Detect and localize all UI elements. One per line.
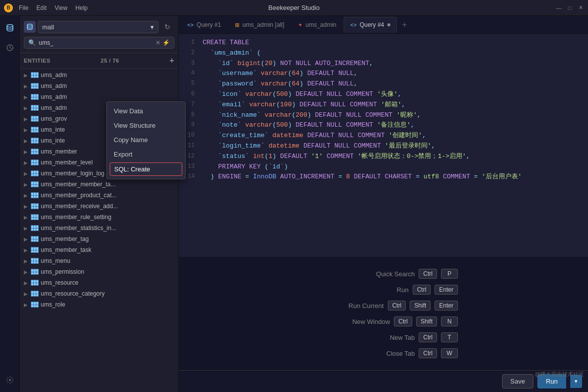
context-export[interactable]: Export [107,147,185,161]
minimize-button[interactable]: — [555,4,562,11]
tab-label: ums_admin [all] [242,21,284,28]
shortcut-row: Run Current Ctrl Shift Enter [309,301,458,311]
db-selector: mall ▾ ↻ [24,20,174,34]
add-tab-button[interactable]: + [398,18,412,32]
tab-query1[interactable]: <> Query #1 [181,17,227,33]
entity-name: ums_member_rule_setting [41,214,111,221]
entity-name: ums_menu [41,257,70,264]
list-item[interactable]: ▶ ums_member_task [20,244,178,255]
db-dropdown[interactable]: mall ▾ [38,21,158,33]
code-line-11: 11 `login_time` datetime DEFAULT NULL CO… [179,141,588,152]
menu-help[interactable]: Help [75,4,88,11]
save-button[interactable]: Save [502,374,534,389]
arrow-icon: ▶ [24,160,29,165]
shortcut-row: Run Ctrl Enter [309,285,458,295]
entity-name: ums_resource_category [41,290,105,297]
settings-icon[interactable] [2,372,18,388]
entity-name: ums_adm [41,82,67,89]
history-icon[interactable] [2,40,18,56]
app-logo: B [4,3,13,12]
list-item[interactable]: ▶ ums_resource_category [20,288,178,299]
shortcut-label: Close Tab [365,350,415,357]
list-item[interactable]: ▶ ums_role [20,299,178,310]
menu-edit[interactable]: Edit [36,4,47,11]
add-entity-button[interactable]: + [169,56,174,65]
key-ctrl: Ctrl [419,348,437,358]
list-item[interactable]: ▶ ums_adm [20,80,178,91]
code-line-14: 14 ) ENGINE = InnoDB AUTO_INCREMENT = 8 … [179,172,588,182]
list-item[interactable]: ▶ ums_resource [20,277,178,288]
code-line-2: 2 `ums_admin` ( [179,48,588,59]
list-item[interactable]: ▶ ums_member_tag [20,234,178,244]
search-filter-button[interactable]: ⚡ [162,39,170,46]
search-clear-button[interactable]: ✕ [155,39,160,46]
menu-view[interactable]: View [55,4,68,11]
list-item[interactable]: ▶ ums_member_product_cat... [20,190,178,201]
key-shift: Shift [416,316,437,326]
table-icon [31,94,39,100]
arrow-icon: ▶ [24,215,29,220]
code-line-7: 7 `email` varchar(100) DEFAULT NULL COMM… [179,100,588,110]
svg-point-3 [27,24,32,26]
list-item[interactable]: ▶ ums_adm [20,91,178,102]
refresh-button[interactable]: ↻ [160,20,174,34]
context-view-data[interactable]: View Data [107,104,185,118]
unsaved-indicator [387,23,390,26]
shortcut-row: Quick Search Ctrl P [309,269,458,279]
entity-name: ums_member_receive_add... [41,203,118,210]
entity-name: ums_role [41,301,65,308]
arrow-icon: ▶ [24,149,29,155]
list-item[interactable]: ▶ ums_member_member_ta... [20,179,178,190]
list-item[interactable]: ▶ ums_member_statistics_in... [20,223,178,234]
search-input[interactable] [39,39,152,46]
context-copy-name[interactable]: Copy Name [107,133,185,147]
close-button[interactable]: ✕ [577,4,584,11]
code-line-3: 3 `id` bigint(20) NOT NULL AUTO_INCREMEN… [179,59,588,69]
code-line-12: 12 `status` int(1) DEFAULT '1' COMMENT '… [179,152,588,162]
code-line-4: 4 `username` varchar(64) DEFAULT NULL, [179,69,588,79]
shortcut-label: Quick Search [365,270,415,278]
table-icon [31,192,39,198]
arrow-icon: ▶ [24,73,29,78]
entity-name: ums_member_statistics_in... [41,225,116,232]
entity-name: ums_member_product_cat... [41,192,117,199]
table-icon: ⊞ [235,22,239,28]
database-icon[interactable] [2,20,18,36]
table-icon [31,236,39,242]
window-controls: — □ ✕ [555,4,584,11]
context-sql-create[interactable]: SQL: Create [110,162,182,176]
table-icon [31,203,39,209]
editor-toolbar: Save Run ▾ [179,370,588,392]
arrow-icon: ▶ [24,171,29,176]
list-item[interactable]: ▶ ums_adm [20,70,178,80]
context-view-structure[interactable]: View Structure [107,118,185,133]
arrow-icon: ▶ [24,302,29,308]
key-enter: Enter [435,301,458,311]
maximize-button[interactable]: □ [566,4,573,11]
list-item[interactable]: ▶ ums_member_receive_add... [20,201,178,212]
arrow-icon: ▶ [24,291,29,297]
list-item[interactable]: ▶ ums_member_rule_setting [20,212,178,223]
arrow-icon: ▶ [24,258,29,264]
app-title: Beekeeper Studio [268,4,319,11]
menu-file[interactable]: File [19,4,28,11]
table-icon [31,302,39,308]
table-icon [31,83,39,89]
table-icon [31,105,39,111]
list-item[interactable]: ▶ ums_permission [20,266,178,277]
arrow-icon: ▶ [24,193,29,198]
main-content: <> Query #1 ⊞ ums_admin [all] ✦ ums_admi… [179,16,588,392]
code-line-13: 13 PRIMARY KEY (`id`) [179,162,588,172]
key-ctrl: Ctrl [388,301,406,311]
tab-table2[interactable]: ✦ ums_admin [292,17,343,33]
table-icon [31,127,39,133]
shortcut-label: New Tab [365,334,415,341]
tab-query4[interactable]: <> Query #4 [344,17,396,33]
entity-name: ums_member_login_log [41,170,104,177]
shortcuts-panel: Quick Search Ctrl P Run Ctrl Enter Run C… [179,257,588,370]
list-item[interactable]: ▶ ums_menu [20,255,178,266]
tab-table1[interactable]: ⊞ ums_admin [all] [228,17,291,33]
shortcut-row: New Window Ctrl Shift N [309,316,458,326]
search-icon: 🔍 [28,39,36,46]
titlebar-left: B File Edit View Help [4,3,88,12]
